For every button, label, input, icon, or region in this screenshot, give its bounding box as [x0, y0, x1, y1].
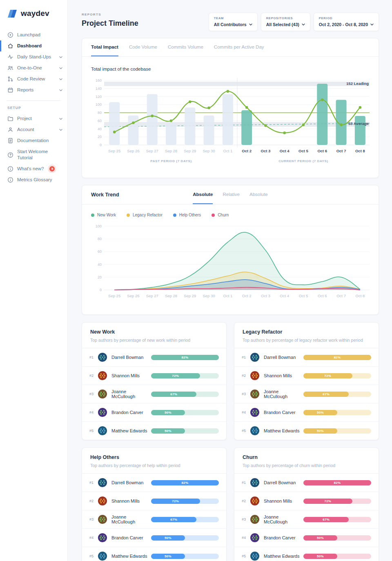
sidebar-item-label: Dashboard: [17, 43, 42, 49]
legacy-refactor-card-header: Legacy RefactorTop authors by percentage…: [234, 323, 379, 348]
rank-label: #4: [89, 536, 96, 540]
card-title: Churn: [243, 454, 370, 460]
svg-text:Sep 30: Sep 30: [203, 294, 215, 298]
sidebar-item-label: Start Welcome Tutorial: [17, 149, 62, 161]
sidebar-item-start-welcome-tutorial[interactable]: Start Welcome Tutorial: [0, 146, 67, 163]
legend-legacy-refactor[interactable]: Legacy Refactor: [127, 213, 163, 217]
svg-text:Oct 2: Oct 2: [242, 149, 252, 153]
percent-bar-fill: 82%: [303, 480, 371, 485]
svg-text:Sep 25: Sep 25: [108, 149, 120, 153]
author-name: Matthew Edwards: [111, 554, 151, 559]
author-row: #1Darrell Bowman82%: [82, 474, 226, 492]
new-work-card: New WorkTop authors by percentage of new…: [82, 322, 227, 440]
sidebar-item-label: Reports: [17, 87, 33, 93]
app: waydev LaunchpadDashboardDaily Stand-Ups…: [0, 0, 392, 561]
author-row: #2Shannon Mills72%: [234, 492, 379, 510]
avatar: [250, 371, 259, 380]
chevron-down-icon: [59, 129, 62, 131]
sidebar-item-code-review[interactable]: Code Review: [0, 73, 67, 85]
avatar: [98, 478, 107, 487]
tab-code-volume[interactable]: Code Volume: [129, 38, 157, 56]
percent-bar-track: 82%: [151, 480, 219, 485]
percent-label: 50%: [165, 554, 172, 558]
rank-label: #2: [242, 374, 249, 378]
percent-label: 50%: [165, 411, 172, 414]
work-trend-tab-absolute[interactable]: Absolute: [193, 185, 213, 204]
sidebar-item-daily-stand-ups[interactable]: Daily Stand-Ups: [0, 51, 67, 62]
svg-text:40: 40: [98, 263, 102, 267]
svg-text:Oct 3: Oct 3: [261, 149, 271, 153]
legend-dot-icon: [173, 214, 176, 217]
svg-text:Sep 28: Sep 28: [165, 149, 177, 153]
legend-dot-icon: [91, 214, 94, 217]
avatar: [250, 408, 259, 417]
legend-churn[interactable]: Churn: [212, 213, 229, 217]
page-header: REPORTS Project Timeline TEAMAll Contrib…: [82, 0, 379, 31]
sidebar-item-account[interactable]: Account: [0, 124, 67, 135]
filter-bar: TEAMAll ContributorsREPOSITORIESAll Sele…: [209, 13, 379, 31]
sidebar-item-label: Project: [17, 116, 32, 122]
svg-text:152 Leading: 152 Leading: [346, 81, 369, 86]
author-row: #2Shannon Mills72%: [82, 367, 226, 385]
work-trend-tab-relative[interactable]: Relative: [223, 185, 240, 204]
legend-label: Churn: [218, 213, 229, 217]
avatar: [98, 371, 107, 380]
sidebar-item-launchpad[interactable]: Launchpad: [0, 29, 67, 40]
percent-bar-fill: 67%: [303, 392, 349, 397]
brand-logo[interactable]: waydev: [0, 0, 67, 29]
svg-text:60: 60: [98, 119, 102, 123]
work-trend-header: Work Trend AbsoluteRelativeAbsolute: [82, 185, 379, 205]
rank-label: #2: [89, 499, 96, 503]
brand-name: waydev: [21, 9, 49, 18]
sidebar-item-label: Code Review: [17, 76, 45, 82]
svg-text:80: 80: [98, 111, 102, 115]
rank-label: #5: [89, 554, 96, 558]
main-content: REPORTS Project Timeline TEAMAll Contrib…: [68, 0, 392, 561]
percent-bar-track: 50%: [151, 410, 219, 415]
percent-label: 82%: [182, 356, 189, 359]
percent-label: 50%: [165, 536, 172, 540]
svg-text:160: 160: [96, 78, 102, 82]
sidebar-item-label: What's new?: [17, 166, 44, 172]
tab-total-impact[interactable]: Total Impact: [91, 38, 118, 56]
churn-card-header: ChurnTop authors by percentage of churn …: [234, 448, 379, 474]
avatar: [98, 552, 107, 561]
sidebar-item-what-s-new[interactable]: What's new?5: [0, 163, 67, 174]
percent-bar-track: 67%: [303, 392, 371, 397]
setup-section-label: SETUP: [0, 105, 67, 113]
author-row: #3Joanne McCullough67%: [82, 510, 226, 529]
filter-team[interactable]: TEAMAll Contributors: [209, 13, 258, 31]
svg-text:20: 20: [98, 275, 102, 279]
author-row: #3Joanne McCullough67%: [234, 385, 379, 403]
waydev-logo-icon: [7, 9, 18, 18]
filter-label: REPOSITORIES: [266, 16, 305, 20]
svg-text:Sep 30: Sep 30: [203, 149, 215, 153]
legend-new-work[interactable]: New Work: [91, 213, 116, 217]
sidebar-item-project[interactable]: Project: [0, 113, 67, 124]
filter-repositories[interactable]: REPOSITORIESAll Selected (43): [261, 13, 310, 31]
percent-bar-track: 72%: [151, 373, 219, 378]
sidebar-item-reports[interactable]: Reports: [0, 85, 67, 96]
percent-bar-fill: 50%: [303, 535, 337, 541]
svg-text:Oct 8: Oct 8: [356, 294, 365, 298]
legend-help-others[interactable]: Help Others: [173, 213, 201, 217]
sidebar-item-metrics-glossary[interactable]: Metrics Glossary: [0, 174, 67, 185]
work-trend-tab-absolute[interactable]: Absolute: [249, 185, 268, 204]
percent-label: 72%: [172, 499, 179, 503]
percent-bar-track: 72%: [303, 373, 371, 378]
chevron-down-icon: [59, 78, 62, 80]
sidebar-item-documentation[interactable]: Documentation: [0, 135, 67, 146]
tab-commits-volume[interactable]: Commits Volume: [168, 38, 203, 56]
author-name: Joanne McCullough: [264, 514, 303, 524]
help-others-card: Help OthersTop authors by percentage of …: [82, 447, 227, 561]
author-row: #1Darrell Bowman82%: [82, 348, 226, 367]
filter-period[interactable]: PERIODOct 2, 2020 - Oct 8, 2020: [314, 13, 379, 31]
one-to-one-icon: [7, 65, 13, 71]
sidebar-item-dashboard[interactable]: Dashboard: [0, 40, 67, 51]
work-trend-card: Work Trend AbsoluteRelativeAbsolute New …: [82, 185, 379, 315]
author-name: Joanne McCullough: [111, 389, 151, 399]
avatar: [250, 515, 259, 524]
tab-commits-per-active-day[interactable]: Commits per Active Day: [214, 38, 264, 56]
sidebar-item-one-to-one[interactable]: One-to-One: [0, 62, 67, 73]
svg-text:0: 0: [100, 288, 102, 292]
